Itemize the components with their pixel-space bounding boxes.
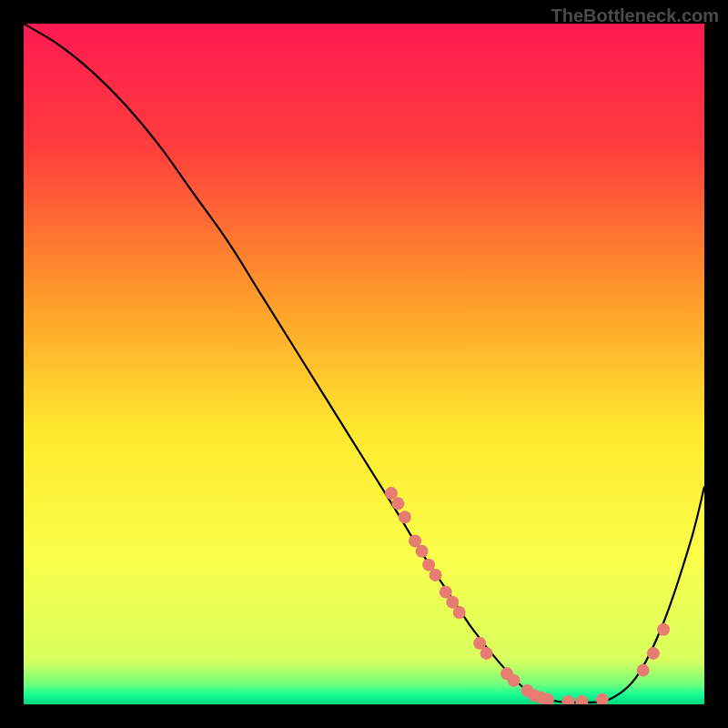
watermark-text: TheBottleneck.com	[551, 5, 719, 26]
data-point	[399, 511, 411, 523]
plot-area	[24, 24, 704, 704]
data-point	[480, 647, 493, 660]
data-point	[637, 664, 650, 677]
data-point	[647, 647, 660, 660]
data-point	[561, 695, 574, 704]
data-point	[596, 693, 609, 704]
data-point	[657, 623, 670, 636]
data-point	[391, 497, 404, 510]
data-point	[416, 545, 429, 558]
data-point	[430, 569, 442, 581]
data-point	[508, 674, 521, 687]
data-point	[575, 695, 588, 704]
points-layer	[24, 24, 704, 704]
data-point	[453, 606, 466, 619]
